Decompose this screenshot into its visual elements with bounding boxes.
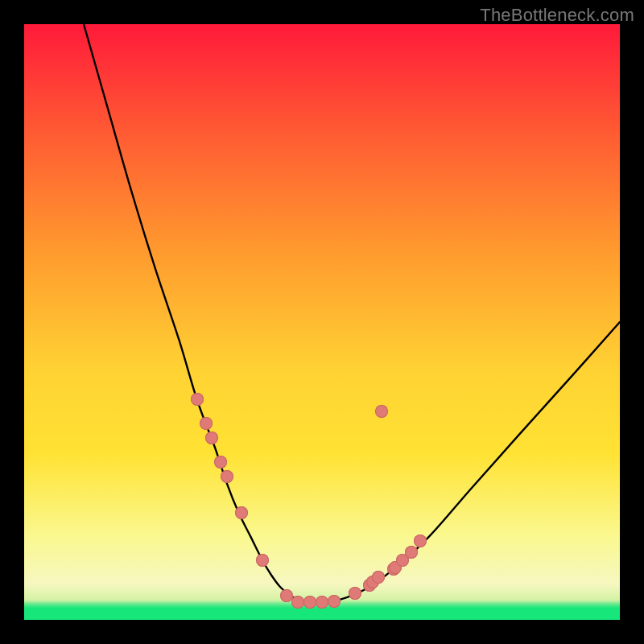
data-marker: [291, 596, 304, 609]
data-marker: [221, 470, 233, 483]
data-marker: [375, 405, 388, 418]
data-marker: [328, 595, 341, 608]
curve-layer: [24, 24, 620, 620]
data-marker: [414, 535, 427, 547]
attribution-label: TheBottleneck.com: [480, 5, 634, 26]
plot-frame: [24, 24, 620, 620]
data-marker: [405, 546, 418, 559]
data-marker: [349, 587, 361, 600]
plot-area: [24, 24, 620, 620]
data-marker: [303, 596, 316, 609]
data-marker: [256, 554, 269, 567]
data-marker: [280, 589, 293, 602]
data-marker: [205, 431, 218, 444]
data-marker: [191, 393, 204, 406]
data-marker: [214, 456, 227, 469]
data-marker: [316, 596, 328, 609]
bottleneck-curve: [84, 24, 620, 602]
chart-root: TheBottleneck.com: [0, 0, 644, 644]
data-marker: [235, 506, 248, 519]
data-marker: [372, 571, 385, 584]
data-marker: [200, 417, 213, 430]
